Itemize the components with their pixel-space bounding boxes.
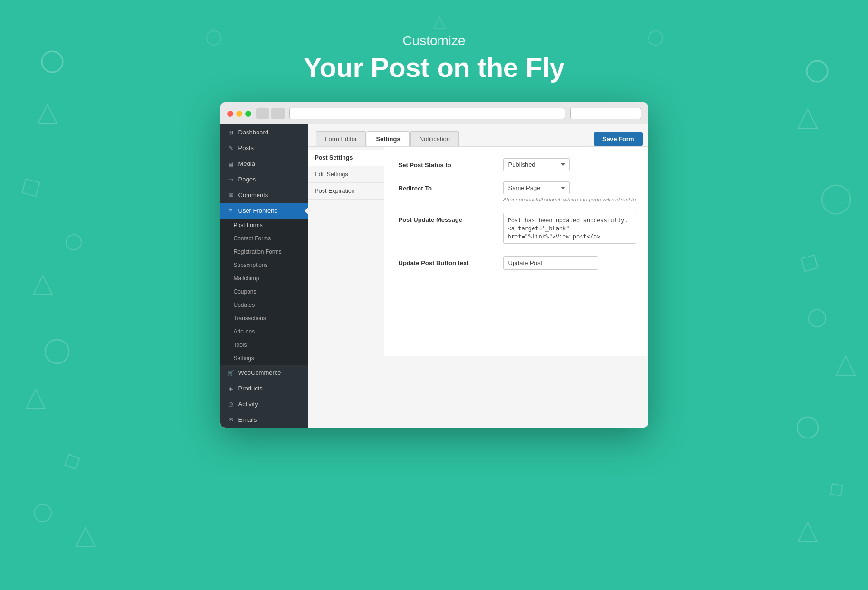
update-post-button-label: Update Post Button text [399, 256, 503, 266]
traffic-light-yellow[interactable] [236, 111, 242, 117]
svg-point-19 [207, 31, 221, 45]
submenu-item-settings[interactable]: Settings [220, 352, 308, 365]
svg-point-0 [42, 51, 63, 72]
sidebar-item-label: Emails [238, 416, 257, 423]
sidebar-item-label: Posts [238, 144, 254, 152]
wordpress-sidebar: ⊞ Dashboard ✎ Posts ▤ Media ▭ Pages ✉ Co… [220, 124, 308, 428]
browser-chrome [220, 102, 648, 124]
submenu-item-updates[interactable]: Updates [220, 298, 308, 312]
activity-icon: ◷ [227, 401, 235, 408]
dashboard-icon: ⊞ [227, 129, 235, 136]
svg-point-12 [822, 185, 850, 214]
browser-content: ⊞ Dashboard ✎ Posts ▤ Media ▭ Pages ✉ Co… [220, 124, 648, 428]
tab-form-editor[interactable]: Form Editor [316, 131, 366, 146]
svg-point-8 [34, 504, 51, 522]
svg-marker-9 [76, 527, 95, 546]
save-form-button[interactable]: Save Form [594, 132, 642, 146]
sidebar-item-emails[interactable]: ✉ Emails [220, 412, 308, 428]
submenu-item-coupons[interactable]: Coupons [220, 285, 308, 298]
comments-icon: ✉ [227, 192, 235, 199]
svg-marker-21 [434, 17, 445, 29]
user-frontend-icon: ≡ [227, 208, 235, 214]
main-content: Form Editor Settings Notification Save F… [308, 124, 648, 428]
post-status-select[interactable]: Published Draft Pending Private [503, 158, 570, 171]
submenu-item-post-forms[interactable]: Post Forms [220, 219, 308, 232]
sidebar-submenu: Post Forms Contact Forms Registration Fo… [220, 219, 308, 365]
svg-point-5 [45, 340, 69, 363]
sidebar-item-arrow [305, 207, 309, 215]
traffic-light-green[interactable] [245, 111, 251, 117]
browser-nav-buttons [256, 108, 285, 119]
post-status-label: Set Post Status to [399, 158, 503, 169]
settings-nav-edit-settings[interactable]: Edit Settings [308, 166, 384, 183]
sidebar-item-media[interactable]: ▤ Media [220, 156, 308, 171]
products-icon: ◈ [227, 385, 235, 392]
tabs-bar: Form Editor Settings Notification Save F… [308, 124, 648, 147]
post-update-message-label: Post Update Message [399, 213, 503, 223]
sidebar-item-label: Comments [238, 191, 268, 199]
sidebar-item-activity[interactable]: ◷ Activity [220, 396, 308, 412]
header-title: Your Post on the Fly [304, 51, 565, 83]
update-post-button-input[interactable] [503, 256, 598, 270]
svg-rect-13 [801, 255, 818, 271]
update-post-button-row: Update Post Button text [399, 256, 636, 270]
sidebar-item-user-frontend[interactable]: ≡ User Frontend [220, 203, 308, 219]
submenu-item-transactions[interactable]: Transactions [220, 312, 308, 325]
sidebar-item-woocommerce[interactable]: 🛒 WooCommerce [220, 365, 308, 381]
svg-marker-15 [836, 356, 855, 375]
sidebar-item-label: Pages [238, 176, 256, 183]
sidebar-item-posts[interactable]: ✎ Posts [220, 140, 308, 156]
sidebar-item-dashboard[interactable]: ⊞ Dashboard [220, 124, 308, 140]
sidebar-item-label: Dashboard [238, 129, 269, 136]
submenu-item-mailchimp[interactable]: Mailchimp [220, 272, 308, 285]
browser-window: ⊞ Dashboard ✎ Posts ▤ Media ▭ Pages ✉ Co… [220, 102, 648, 428]
settings-form-content: Set Post Status to Published Draft Pendi… [384, 147, 648, 356]
svg-point-10 [807, 61, 828, 82]
browser-url-bar[interactable] [289, 108, 565, 119]
submenu-item-contact-forms[interactable]: Contact Forms [220, 232, 308, 245]
sidebar-item-comments[interactable]: ✉ Comments [220, 187, 308, 203]
submenu-item-tools[interactable]: Tools [220, 338, 308, 352]
redirect-to-control: Same Page Custom URL Post URL After succ… [503, 181, 636, 202]
settings-panel: Post Settings Edit Settings Post Expirat… [308, 147, 648, 356]
svg-point-3 [66, 235, 81, 250]
svg-rect-17 [830, 484, 842, 495]
woocommerce-icon: 🛒 [227, 370, 235, 376]
submenu-item-registration-forms[interactable]: Registration Forms [220, 245, 308, 258]
update-post-button-control [503, 256, 636, 270]
nav-btn-2[interactable] [271, 108, 285, 119]
svg-marker-6 [26, 390, 45, 409]
settings-nav-post-expiration[interactable]: Post Expiration [308, 183, 384, 200]
post-update-message-control: Post has been updated successfully. <a t… [503, 213, 636, 246]
traffic-light-red[interactable] [227, 111, 233, 117]
post-update-message-textarea[interactable]: Post has been updated successfully. <a t… [503, 213, 636, 244]
emails-icon: ✉ [227, 417, 235, 423]
submenu-item-subscriptions[interactable]: Subscriptions [220, 258, 308, 272]
sidebar-item-pages[interactable]: ▭ Pages [220, 171, 308, 187]
traffic-lights [227, 111, 251, 117]
svg-marker-11 [798, 109, 817, 128]
redirect-to-select[interactable]: Same Page Custom URL Post URL [503, 181, 570, 194]
svg-point-16 [797, 417, 818, 438]
settings-nav: Post Settings Edit Settings Post Expirat… [308, 147, 384, 356]
redirect-to-row: Redirect To Same Page Custom URL Post UR… [399, 181, 636, 202]
post-update-message-row: Post Update Message Post has been update… [399, 213, 636, 246]
header-subtitle: Customize [304, 33, 565, 48]
media-icon: ▤ [227, 161, 235, 167]
settings-nav-post-settings[interactable]: Post Settings [308, 150, 384, 166]
submenu-item-add-ons[interactable]: Add-ons [220, 325, 308, 338]
header-section: Customize Your Post on the Fly [304, 33, 565, 83]
nav-btn-1[interactable] [256, 108, 269, 119]
posts-icon: ✎ [227, 145, 235, 152]
redirect-to-label: Redirect To [399, 181, 503, 192]
tab-notification[interactable]: Notification [410, 131, 459, 146]
svg-marker-18 [798, 523, 817, 542]
svg-point-14 [809, 310, 826, 327]
tab-settings[interactable]: Settings [367, 131, 409, 146]
sidebar-item-products[interactable]: ◈ Products [220, 381, 308, 396]
sidebar-item-label: Media [238, 160, 255, 167]
svg-point-20 [649, 31, 663, 45]
post-status-row: Set Post Status to Published Draft Pendi… [399, 158, 636, 171]
browser-search-bar[interactable] [570, 108, 641, 119]
pages-icon: ▭ [227, 176, 235, 183]
